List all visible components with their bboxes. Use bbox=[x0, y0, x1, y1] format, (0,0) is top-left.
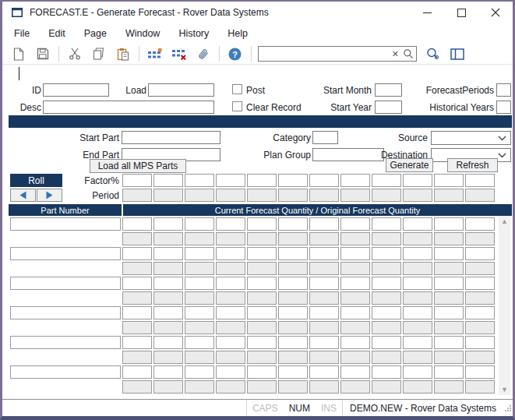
current-forecast-cell[interactable] bbox=[434, 336, 464, 349]
factor-cell[interactable] bbox=[372, 174, 401, 187]
current-forecast-cell[interactable] bbox=[247, 336, 277, 349]
post-checkbox[interactable] bbox=[232, 84, 242, 94]
current-forecast-cell[interactable] bbox=[153, 247, 183, 260]
historical-years-input[interactable] bbox=[496, 101, 511, 114]
copy-button[interactable] bbox=[90, 46, 108, 62]
current-forecast-cell[interactable] bbox=[185, 336, 214, 349]
factor-cell[interactable] bbox=[278, 174, 308, 187]
current-forecast-cell[interactable] bbox=[185, 247, 214, 260]
generate-button[interactable]: Generate bbox=[386, 158, 433, 172]
current-forecast-cell[interactable] bbox=[216, 336, 245, 349]
current-forecast-cell[interactable] bbox=[434, 217, 464, 231]
current-forecast-cell[interactable] bbox=[403, 306, 432, 319]
menu-history[interactable]: History bbox=[178, 28, 209, 39]
part-number-cell[interactable] bbox=[10, 336, 121, 349]
refresh-button[interactable]: Refresh bbox=[447, 158, 498, 172]
current-forecast-cell[interactable] bbox=[465, 336, 495, 349]
current-forecast-cell[interactable] bbox=[465, 277, 495, 290]
clear-record-checkbox[interactable] bbox=[232, 101, 242, 111]
current-forecast-cell[interactable] bbox=[122, 217, 152, 231]
vertical-scrollbar[interactable]: ▲ ▼ bbox=[499, 216, 510, 395]
current-forecast-cell[interactable] bbox=[122, 277, 152, 290]
current-forecast-cell[interactable] bbox=[340, 336, 370, 349]
menu-edit[interactable]: Edit bbox=[48, 28, 65, 39]
paste-button[interactable] bbox=[114, 46, 132, 62]
current-forecast-cell[interactable] bbox=[153, 277, 183, 290]
category-input[interactable] bbox=[312, 131, 338, 144]
desc-input[interactable] bbox=[43, 101, 214, 114]
source-select[interactable] bbox=[431, 131, 511, 145]
load-all-mps-parts-button[interactable]: Load all MPS Parts bbox=[90, 159, 186, 173]
current-forecast-cell[interactable] bbox=[309, 336, 339, 349]
factor-cell[interactable] bbox=[465, 174, 495, 187]
current-forecast-cell[interactable] bbox=[403, 247, 432, 260]
factor-cell[interactable] bbox=[153, 174, 183, 187]
current-forecast-cell[interactable] bbox=[434, 277, 464, 290]
current-forecast-cell[interactable] bbox=[340, 306, 370, 319]
start-part-input[interactable] bbox=[122, 131, 220, 144]
menu-page[interactable]: Page bbox=[84, 28, 107, 39]
current-forecast-cell[interactable] bbox=[340, 277, 370, 290]
new-document-button[interactable] bbox=[9, 46, 27, 62]
current-forecast-cell[interactable] bbox=[403, 277, 432, 290]
current-forecast-cell[interactable] bbox=[216, 306, 245, 319]
menu-help[interactable]: Help bbox=[228, 28, 248, 39]
delete-rows-button[interactable] bbox=[170, 46, 188, 62]
current-forecast-cell[interactable] bbox=[122, 336, 152, 349]
current-forecast-cell[interactable] bbox=[185, 217, 214, 231]
start-month-input[interactable] bbox=[375, 83, 402, 97]
current-forecast-cell[interactable] bbox=[122, 247, 152, 260]
current-forecast-cell[interactable] bbox=[309, 306, 339, 319]
roll-left-button[interactable] bbox=[10, 189, 36, 202]
close-button[interactable] bbox=[478, 2, 513, 23]
menu-file[interactable]: File bbox=[14, 28, 30, 39]
current-forecast-cell[interactable] bbox=[153, 365, 183, 379]
maximize-button[interactable] bbox=[444, 2, 478, 23]
load-input[interactable] bbox=[148, 83, 214, 97]
factor-cell[interactable] bbox=[403, 174, 432, 187]
current-forecast-cell[interactable] bbox=[153, 217, 183, 231]
current-forecast-cell[interactable] bbox=[247, 306, 277, 319]
id-input[interactable] bbox=[43, 83, 109, 97]
current-forecast-cell[interactable] bbox=[247, 247, 277, 260]
current-forecast-cell[interactable] bbox=[153, 336, 183, 349]
current-forecast-cell[interactable] bbox=[372, 277, 401, 290]
current-forecast-cell[interactable] bbox=[216, 277, 245, 290]
resize-grip[interactable] bbox=[503, 404, 512, 412]
preview-button[interactable] bbox=[424, 46, 442, 62]
minimize-button[interactable] bbox=[410, 2, 444, 23]
current-forecast-cell[interactable] bbox=[372, 336, 401, 349]
current-forecast-cell[interactable] bbox=[309, 365, 339, 379]
current-forecast-cell[interactable] bbox=[340, 247, 370, 260]
attach-button[interactable] bbox=[194, 46, 212, 62]
current-forecast-cell[interactable] bbox=[465, 306, 495, 319]
clear-search-icon[interactable]: ✕ bbox=[388, 49, 403, 59]
factor-cell[interactable] bbox=[185, 174, 214, 187]
factor-cell[interactable] bbox=[434, 174, 464, 187]
start-year-input[interactable] bbox=[375, 101, 402, 114]
current-forecast-cell[interactable] bbox=[434, 247, 464, 260]
current-forecast-cell[interactable] bbox=[122, 365, 152, 379]
current-forecast-cell[interactable] bbox=[465, 217, 495, 231]
current-forecast-cell[interactable] bbox=[247, 365, 277, 379]
current-forecast-cell[interactable] bbox=[372, 306, 401, 319]
current-forecast-cell[interactable] bbox=[309, 217, 339, 231]
current-forecast-cell[interactable] bbox=[122, 306, 152, 319]
current-forecast-cell[interactable] bbox=[216, 217, 245, 231]
current-forecast-cell[interactable] bbox=[247, 217, 277, 231]
factor-cell[interactable] bbox=[247, 174, 277, 187]
current-forecast-cell[interactable] bbox=[185, 277, 214, 290]
cut-button[interactable] bbox=[65, 46, 83, 62]
current-forecast-cell[interactable] bbox=[153, 306, 183, 319]
current-forecast-cell[interactable] bbox=[185, 306, 214, 319]
current-forecast-cell[interactable] bbox=[465, 247, 495, 260]
current-forecast-cell[interactable] bbox=[309, 247, 339, 260]
layout-button[interactable] bbox=[448, 46, 466, 62]
current-forecast-cell[interactable] bbox=[403, 217, 432, 231]
search-icon[interactable] bbox=[403, 48, 414, 59]
part-number-cell[interactable] bbox=[10, 277, 121, 290]
current-forecast-cell[interactable] bbox=[247, 277, 277, 290]
current-forecast-cell[interactable] bbox=[403, 336, 432, 349]
current-forecast-cell[interactable] bbox=[216, 365, 245, 379]
current-forecast-cell[interactable] bbox=[185, 365, 214, 379]
